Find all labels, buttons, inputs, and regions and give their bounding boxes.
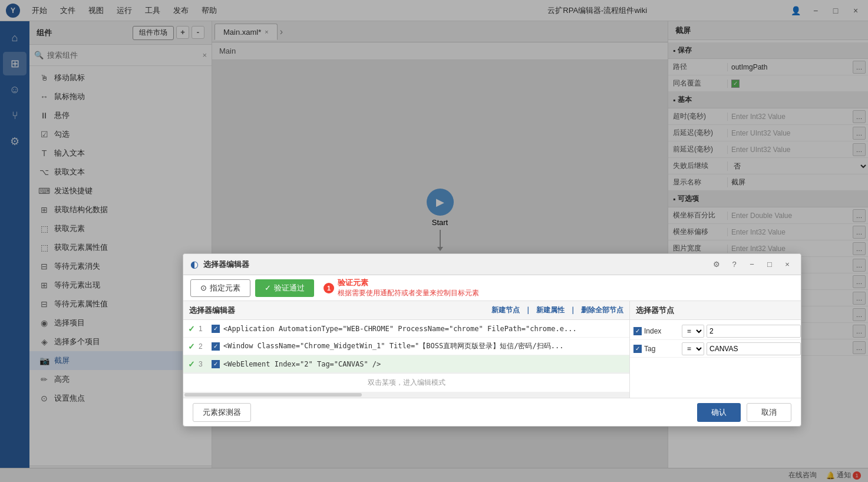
validate-messages: 验证元素 根据需要使用通配符或者变量来控制目标元素 [338, 278, 479, 298]
node-operator-index[interactable]: = ~ [682, 325, 704, 338]
scrollbar-thumb[interactable] [184, 393, 362, 397]
check-icon-1: ✓ [188, 324, 195, 334]
row-cb-2[interactable]: ✓ [212, 342, 220, 351]
sep1: ｜ [524, 305, 532, 315]
check-icon-3: ✓ [188, 359, 195, 369]
sep2: ｜ [569, 305, 576, 315]
node-cb-tag[interactable]: ✓ [633, 345, 642, 353]
check-icon-2: ✓ [188, 342, 195, 351]
selector-row-1[interactable]: ✓ 1 ✓ <Application AutomationType="WEB-C… [183, 320, 629, 338]
dialog-title: 选择器编辑器 [203, 259, 705, 270]
dialog-close-btn[interactable]: × [781, 258, 794, 271]
row-num-3: 3 [199, 360, 208, 368]
row-cb-3[interactable]: ✓ [212, 360, 220, 368]
selector-panel-header: 选择器编辑器 新建节点 ｜ 新建属性 ｜ 删除全部节点 [183, 301, 629, 320]
node-rows: ✓ Index = ~ ✓ Tag = ~ [630, 320, 801, 398]
node-value-tag[interactable] [707, 342, 801, 355]
target-icon: ⊙ [200, 283, 207, 292]
node-panel-title: 选择器节点 [636, 305, 674, 316]
dialog-help-btn[interactable]: ? [728, 258, 741, 271]
node-label-index: Index [644, 327, 679, 335]
validate-badge: 1 [324, 283, 334, 293]
node-label-tag: Tag [644, 345, 679, 353]
confirm-btn[interactable]: 确认 [697, 403, 741, 422]
dialog-minimize-btn[interactable]: − [745, 258, 758, 271]
selector-hint: 双击某项，进入编辑模式 [183, 373, 629, 392]
selector-node-panel: 选择器节点 ✓ Index = ~ ✓ Tag [630, 301, 801, 398]
selector-panel-title: 选择器编辑器 [189, 305, 235, 316]
validate-btn[interactable]: ✓ 验证通过 [255, 279, 314, 297]
cancel-btn[interactable]: 取消 [747, 403, 791, 422]
dialog-logo-icon: ◐ [190, 259, 199, 270]
row-num-2: 2 [199, 342, 208, 351]
selector-row-3[interactable]: ✓ 3 ✓ <WebElement Index="2" Tag="CANVAS"… [183, 355, 629, 373]
row-code-3: <WebElement Index="2" Tag="CANVAS" /> [223, 360, 625, 368]
selector-panel-actions: 新建节点 ｜ 新建属性 ｜ 删除全部节点 [491, 305, 623, 315]
row-code-1: <Application AutomationType="WEB-CHROME"… [223, 325, 625, 333]
node-value-index[interactable] [707, 325, 801, 338]
dialog-titlebar: ◐ 选择器编辑器 ⚙ ? − □ × [183, 254, 801, 275]
validate-info: 1 验证元素 根据需要使用通配符或者变量来控制目标元素 [324, 278, 479, 298]
delete-all-btn[interactable]: 删除全部节点 [581, 305, 623, 315]
node-cb-index[interactable]: ✓ [633, 327, 642, 335]
dialog-footer: 元素探测器 确认 取消 [183, 398, 801, 426]
selector-editor-dialog: ◐ 选择器编辑器 ⚙ ? − □ × ⊙ 指定元素 ✓ 验证通过 1 验证元素 … [183, 253, 801, 427]
node-row-tag: ✓ Tag = ~ [630, 340, 801, 358]
new-node-btn[interactable]: 新建节点 [491, 305, 520, 315]
specify-btn-label: 指定元素 [210, 283, 240, 293]
row-cb-1[interactable]: ✓ [212, 325, 220, 333]
specify-element-btn[interactable]: ⊙ 指定元素 [190, 279, 250, 297]
new-attr-btn[interactable]: 新建属性 [536, 305, 565, 315]
dialog-maximize-btn[interactable]: □ [763, 258, 776, 271]
row-num-1: 1 [199, 325, 208, 333]
check-icon: ✓ [265, 283, 271, 292]
validate-btn-label: 验证通过 [274, 283, 305, 293]
node-operator-tag[interactable]: = ~ [682, 342, 704, 355]
dialog-toolbar: ⊙ 指定元素 ✓ 验证通过 1 验证元素 根据需要使用通配符或者变量来控制目标元… [183, 275, 801, 301]
dialog-overlay: ◐ 选择器编辑器 ⚙ ? − □ × ⊙ 指定元素 ✓ 验证通过 1 验证元素 … [0, 0, 868, 482]
probe-btn[interactable]: 元素探测器 [193, 403, 251, 422]
node-row-index: ✓ Index = ~ [630, 322, 801, 340]
selector-rows: ✓ 1 ✓ <Application AutomationType="WEB-C… [183, 320, 629, 373]
selector-row-2[interactable]: ✓ 2 ✓ <Window ClassName="Chrome_WidgetWi… [183, 338, 629, 355]
validate-title: 验证元素 [338, 278, 479, 288]
validate-desc: 根据需要使用通配符或者变量来控制目标元素 [338, 288, 479, 298]
dialog-body: 选择器编辑器 新建节点 ｜ 新建属性 ｜ 删除全部节点 ✓ 1 ✓ <Appli… [183, 301, 801, 398]
node-panel-header: 选择器节点 [630, 301, 801, 320]
dialog-settings-btn[interactable]: ⚙ [710, 258, 723, 271]
selector-editor-panel: 选择器编辑器 新建节点 ｜ 新建属性 ｜ 删除全部节点 ✓ 1 ✓ <Appli… [183, 301, 630, 398]
scrollbar-area[interactable] [183, 392, 629, 398]
row-code-2: <Window ClassName="Chrome_WidgetWin_1" T… [223, 341, 625, 351]
